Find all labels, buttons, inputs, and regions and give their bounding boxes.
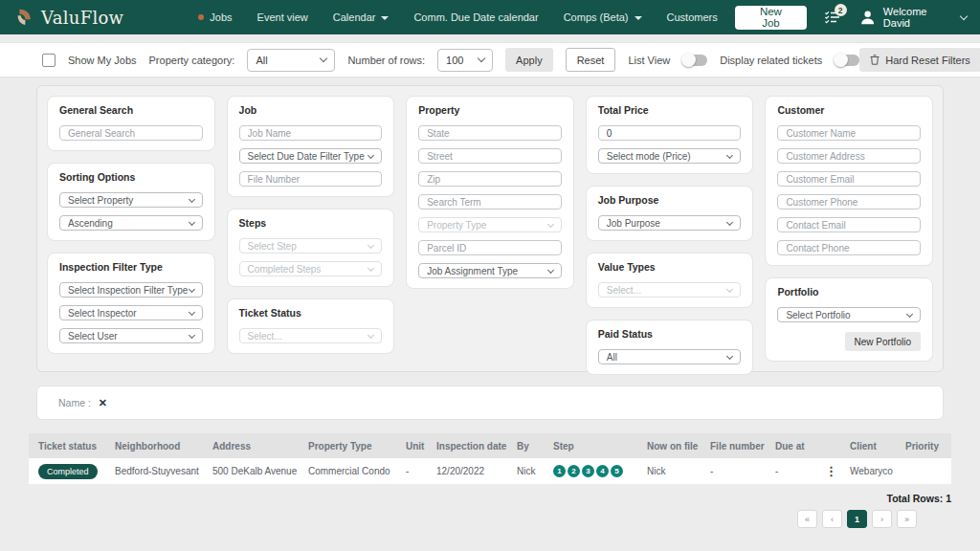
step-1-badge[interactable]: 1 — [553, 465, 566, 477]
header-priority: Priority — [896, 441, 951, 452]
sort-property-value: Select Property — [68, 195, 133, 206]
cell-unit: - — [396, 466, 427, 476]
customer-email-input[interactable] — [777, 171, 921, 187]
pagination-page-1-button[interactable]: 1 — [847, 510, 867, 528]
sort-direction-select[interactable]: Ascending — [59, 215, 203, 231]
remove-filter-icon[interactable]: ✕ — [99, 397, 107, 409]
header-address: Address — [203, 441, 299, 452]
pagination-prev-button[interactable]: ‹ — [822, 510, 842, 528]
search-term-input[interactable] — [418, 194, 562, 209]
cell-address: 500 DeKalb Avenue — [203, 466, 299, 476]
property-type-select[interactable]: Property Type — [418, 217, 562, 232]
general-search-card: General Search — [47, 96, 215, 151]
pagination-first-button[interactable]: « — [797, 510, 817, 528]
contact-phone-input[interactable] — [777, 240, 921, 255]
job-purpose-select[interactable]: Job Purpose — [598, 215, 742, 231]
apply-button[interactable]: Apply — [505, 48, 553, 72]
customer-card: Customer — [765, 96, 933, 266]
paid-status-card: Paid Status All — [586, 320, 754, 375]
table-row[interactable]: Completed Bedford-Stuyvesant 500 DeKalb … — [29, 458, 951, 485]
inspection-filter-card: Inspection Filter Type Select Inspection… — [47, 253, 215, 354]
parcel-id-input[interactable] — [418, 240, 562, 255]
display-related-tickets-toggle[interactable] — [835, 55, 859, 66]
chevron-down-icon — [368, 151, 374, 158]
pagination-last-button[interactable]: » — [897, 510, 917, 528]
value-types-select[interactable]: Select... — [598, 282, 742, 298]
user-select[interactable]: Select User — [59, 328, 203, 343]
nav-calendar-label: Calendar — [333, 11, 376, 23]
chevron-down-icon — [189, 195, 195, 202]
number-of-rows-select[interactable]: 100 — [437, 49, 493, 72]
step-4-badge[interactable]: 4 — [596, 465, 609, 477]
contact-email-input[interactable] — [777, 217, 921, 232]
zip-input[interactable] — [418, 171, 562, 187]
row-actions-kebab-icon[interactable]: ⋮ — [825, 464, 837, 478]
customer-name-input[interactable] — [777, 125, 921, 141]
step-select[interactable]: Select Step — [239, 238, 383, 253]
header-file-number: File number — [701, 441, 766, 452]
chevron-down-icon — [368, 331, 374, 338]
show-my-jobs-checkbox[interactable] — [42, 54, 56, 67]
sort-property-select[interactable]: Select Property — [59, 192, 203, 208]
nav-jobs-label: Jobs — [210, 11, 232, 23]
street-input[interactable] — [418, 148, 562, 164]
new-job-button[interactable]: New Job — [735, 6, 807, 30]
step-3-badge[interactable]: 3 — [582, 465, 594, 477]
portfolio-select[interactable]: Select Portfolio — [777, 307, 921, 322]
new-portfolio-button[interactable]: New Portfolio — [845, 332, 921, 351]
inspector-select[interactable]: Select Inspector — [59, 305, 203, 320]
chevron-down-icon — [726, 285, 733, 292]
cell-by: Nick — [507, 466, 544, 476]
chevron-down-icon — [368, 264, 374, 271]
ticket-status-value: Select... — [248, 331, 282, 342]
price-mode-value: Select mode (Price) — [607, 151, 691, 162]
nav-calendar[interactable]: Calendar — [333, 11, 390, 23]
header-ticket-status: Ticket status — [29, 441, 105, 452]
completed-steps-select[interactable]: Completed Steps — [239, 261, 383, 276]
cell-client: Webaryco — [840, 466, 896, 476]
nav-jobs[interactable]: Jobs — [198, 11, 232, 23]
chevron-down-icon — [726, 218, 733, 225]
chevron-down-icon — [726, 151, 733, 158]
step-5-badge[interactable]: 5 — [611, 465, 623, 477]
job-assignment-type-select[interactable]: Job Assignment Type — [418, 263, 562, 278]
number-of-rows-label: Number of rows: — [347, 55, 425, 66]
paid-status-select[interactable]: All — [598, 349, 742, 364]
chevron-down-icon — [547, 220, 554, 227]
ticket-status-select[interactable]: Select... — [239, 328, 383, 343]
inspection-filter-type-select[interactable]: Select Inspection Filter Type — [59, 282, 203, 298]
general-search-input[interactable] — [59, 125, 203, 141]
property-title: Property — [418, 104, 562, 116]
list-view-label: List View — [628, 55, 670, 66]
property-category-select[interactable]: All — [247, 49, 335, 72]
nav-event-view[interactable]: Event view — [257, 11, 308, 23]
job-name-input[interactable] — [239, 125, 383, 141]
filter-column-3: Property Property Type Job Assignment Ty… — [406, 96, 574, 362]
customer-address-input[interactable] — [777, 148, 921, 164]
user-menu[interactable]: Welcome David — [858, 6, 967, 29]
cell-ticket-status: Completed — [29, 464, 105, 479]
header-client: Client — [840, 441, 896, 452]
total-price-input[interactable] — [598, 125, 742, 141]
tasks-notification-button[interactable]: 2 — [822, 7, 842, 28]
nav-comps-beta[interactable]: Comps (Beta) — [564, 11, 642, 23]
pagination-next-button[interactable]: › — [872, 510, 892, 528]
filter-column-5: Customer Portfolio Select Portfolio New … — [765, 96, 933, 362]
nav-comm-due-date-calendar[interactable]: Comm. Due Date calendar — [413, 11, 538, 23]
trash-icon — [870, 55, 880, 65]
brand[interactable]: ValuFlow — [13, 7, 123, 28]
step-2-badge[interactable]: 2 — [568, 465, 580, 477]
sort-direction-value: Ascending — [68, 218, 113, 229]
list-view-toggle[interactable] — [682, 55, 707, 66]
price-mode-select[interactable]: Select mode (Price) — [598, 148, 742, 164]
cell-steps: 1 2 3 4 5 — [544, 465, 637, 477]
due-date-filter-type-select[interactable]: Select Due Date Filter Type — [239, 148, 383, 164]
file-number-input[interactable] — [239, 171, 383, 187]
reset-button[interactable]: Reset — [566, 48, 616, 72]
user-value: Select User — [68, 331, 118, 342]
header-neighborhood: Neighborhood — [105, 441, 203, 452]
hard-reset-filters-button[interactable]: Hard Reset Filters — [859, 48, 980, 72]
nav-customers[interactable]: Customers — [667, 11, 718, 23]
state-input[interactable] — [418, 125, 562, 141]
customer-phone-input[interactable] — [777, 194, 921, 209]
